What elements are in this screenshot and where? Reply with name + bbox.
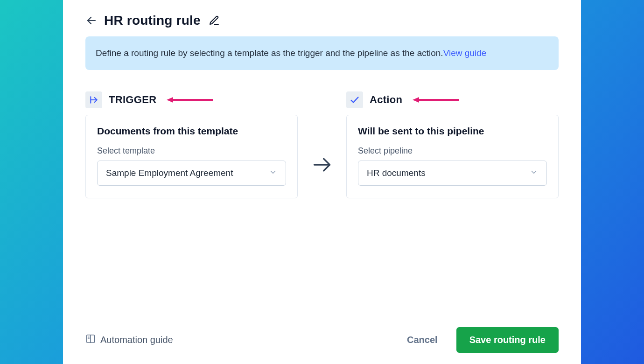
back-button[interactable] [85,14,98,27]
rule-config: TRIGGER Documents from this template Sel… [85,91,559,198]
save-button[interactable]: Save routing rule [456,327,559,353]
header: HR routing rule [85,13,559,28]
svg-marker-4 [167,97,173,103]
arrow-right-icon [312,154,332,175]
template-select[interactable]: Sample Employment Agreement [97,161,286,186]
trigger-card: Documents from this template Select temp… [85,115,298,198]
footer: Automation guide Cancel Save routing rul… [85,322,559,353]
trigger-card-title: Documents from this template [97,126,286,137]
footer-actions: Cancel Save routing rule [404,327,559,353]
action-heading-row: Action [346,91,559,108]
info-banner: Define a routing rule by selecting a tem… [85,36,559,70]
pipeline-field-label: Select pipeline [358,146,547,156]
pipeline-select-value: HR documents [367,168,426,178]
action-icon [346,91,363,108]
edit-title-button[interactable] [207,14,221,28]
trigger-heading-row: TRIGGER [85,91,298,108]
exit-right-icon [89,95,98,105]
pipeline-select[interactable]: HR documents [358,161,547,186]
action-card-title: Will be sent to this pipeline [358,126,547,137]
template-select-value: Sample Employment Agreement [106,168,233,178]
check-icon [350,95,360,105]
routing-rule-panel: HR routing rule Define a routing rule by… [63,0,581,364]
svg-marker-7 [413,97,419,103]
view-guide-link[interactable]: View guide [443,48,487,58]
action-column: Action Will be sent to this pipeline Sel… [346,91,559,198]
automation-guide-link[interactable]: Automation guide [85,334,173,346]
trigger-column: TRIGGER Documents from this template Sel… [85,91,298,198]
chevron-down-icon [269,168,277,179]
automation-guide-label: Automation guide [100,335,173,345]
action-heading: Action [370,94,402,106]
action-card: Will be sent to this pipeline Select pip… [346,115,559,198]
trigger-heading: TRIGGER [109,94,156,106]
annotation-arrow [413,96,459,104]
arrow-left-icon [86,15,97,26]
trigger-icon [85,91,102,108]
annotation-arrow [167,96,213,104]
book-icon [85,334,96,346]
flow-arrow-wrap [298,91,346,175]
chevron-down-icon [530,168,538,179]
cancel-button[interactable]: Cancel [404,334,441,346]
annotation-arrow-icon [167,96,213,104]
pencil-icon [209,15,220,26]
page-title: HR routing rule [104,13,201,28]
info-text: Define a routing rule by selecting a tem… [96,48,443,58]
annotation-arrow-icon [413,96,459,104]
template-field-label: Select template [97,146,286,156]
